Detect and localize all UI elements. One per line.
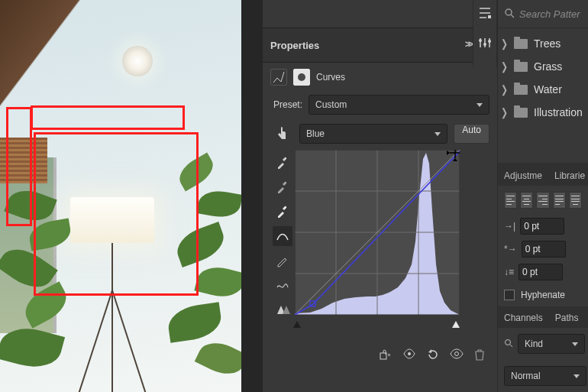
right-panels: Search Patter ❯ Trees ❯ Grass ❯ Water ❯ …: [497, 0, 588, 392]
svg-point-23: [479, 39, 482, 42]
preview-shape: [172, 222, 229, 267]
input-sliders[interactable]: [263, 319, 497, 338]
layer-mask-icon: [293, 69, 310, 86]
svg-line-29: [510, 345, 512, 347]
blend-mode-value: Normal: [511, 371, 541, 381]
reset-icon[interactable]: [427, 348, 439, 363]
curves-thumb-icon: [270, 69, 287, 86]
svg-point-18: [455, 352, 459, 356]
clip-to-layer-icon[interactable]: [380, 348, 392, 363]
folder-icon: [514, 62, 528, 72]
tab-channels[interactable]: Channels: [498, 308, 549, 328]
pattern-search[interactable]: Search Patter: [498, 0, 588, 28]
svg-point-28: [506, 339, 511, 345]
justify-center-icon[interactable]: [569, 192, 582, 209]
space-third-value: 0 pt: [522, 267, 538, 277]
indent-left-icon[interactable]: →|: [504, 221, 515, 232]
hyphenate-checkbox[interactable]: [504, 290, 515, 300]
space-after-row: *→ 0 pt: [498, 238, 588, 261]
white-point-slider[interactable]: [452, 321, 460, 328]
preview-shape: [166, 302, 223, 342]
black-point-slider[interactable]: [293, 321, 301, 328]
targeted-adjustment-icon[interactable]: [270, 124, 293, 144]
paragraph-align-group: [498, 186, 588, 215]
channels-paths-tabs: Channels Paths: [498, 306, 588, 328]
clip-warning-icon[interactable]: [273, 300, 292, 319]
adjustments-panel-icon[interactable]: [478, 36, 492, 52]
properties-panel: Properties >> Curves Preset: Custom B: [263, 0, 497, 392]
draw-curve-icon[interactable]: [273, 251, 292, 271]
preview-shape: [111, 290, 113, 392]
folder-icon: [514, 85, 528, 95]
visibility-icon[interactable]: [450, 348, 464, 363]
channel-select[interactable]: Blue: [299, 124, 447, 144]
folder-item-illustration[interactable]: ❯ Illustration: [501, 106, 585, 118]
eyedropper-white-icon[interactable]: [273, 202, 292, 222]
tab-paths[interactable]: Paths: [549, 308, 585, 328]
preview-shape: [70, 197, 154, 243]
auto-label: Auto: [462, 125, 481, 135]
channel-value: Blue: [306, 128, 325, 139]
eyedropper-black-icon[interactable]: [273, 153, 292, 173]
preview-shape: [79, 290, 113, 392]
dock-column: [473, 0, 497, 67]
indent-first-icon[interactable]: *→: [504, 244, 517, 254]
adjustment-type-row: Curves: [263, 63, 497, 92]
folder-item-grass[interactable]: ❯ Grass: [501, 60, 585, 73]
preset-select[interactable]: Custom: [309, 95, 489, 115]
folder-item-trees[interactable]: ❯ Trees: [501, 37, 585, 50]
layer-kind-select[interactable]: Kind: [518, 334, 585, 354]
blend-mode-select[interactable]: Normal: [504, 366, 586, 386]
folder-label: Trees: [534, 37, 561, 50]
character-panel-icon[interactable]: [478, 6, 492, 22]
search-icon: [504, 8, 515, 21]
view-previous-icon[interactable]: [402, 348, 416, 363]
space-before-value: 0 pt: [524, 221, 539, 232]
svg-point-24: [483, 43, 486, 46]
auto-button[interactable]: Auto: [454, 124, 489, 144]
space-before-row: →| 0 pt: [498, 215, 588, 238]
hyphenate-row[interactable]: Hyphenate: [498, 283, 588, 306]
align-left-icon[interactable]: [504, 192, 517, 209]
adjustment-footer: [263, 338, 497, 363]
search-placeholder: Search Patter: [519, 8, 580, 20]
svg-point-26: [506, 9, 512, 15]
chevron-right-icon: ❯: [501, 37, 508, 50]
blend-row: Normal: [498, 360, 588, 392]
justify-left-icon[interactable]: [553, 192, 566, 209]
delete-icon[interactable]: [474, 348, 485, 363]
curves-tools-column: [270, 150, 295, 319]
space-before-icon[interactable]: ↓≡: [504, 267, 514, 277]
preset-row: Preset: Custom: [263, 92, 497, 121]
folder-label: Water: [534, 83, 562, 96]
tab-libraries[interactable]: Librarie: [548, 166, 588, 186]
collapse-icon[interactable]: >>: [465, 39, 471, 50]
svg-marker-14: [453, 158, 457, 161]
edit-points-icon[interactable]: [273, 226, 292, 246]
folder-icon: [514, 108, 528, 118]
align-right-icon[interactable]: [536, 192, 549, 209]
tab-adjustments[interactable]: Adjustme: [498, 166, 548, 186]
curves-graph[interactable]: [295, 150, 460, 315]
svg-point-25: [488, 40, 491, 43]
panel-gap: [241, 0, 263, 392]
preview-shape: [196, 187, 241, 220]
pattern-folder-list: ❯ Trees ❯ Grass ❯ Water ❯ Illustration: [498, 28, 588, 128]
space-third-input[interactable]: 0 pt: [519, 264, 563, 280]
properties-header[interactable]: Properties >>: [263, 28, 497, 63]
chevron-right-icon: ❯: [501, 83, 508, 96]
space-after-input[interactable]: 0 pt: [522, 241, 566, 258]
smooth-curve-icon[interactable]: [273, 275, 292, 295]
preview-shape: [194, 262, 241, 301]
folder-label: Grass: [534, 60, 562, 73]
eyedropper-gray-icon[interactable]: [273, 177, 292, 197]
svg-marker-11: [447, 151, 450, 155]
channel-row: Blue Auto: [263, 121, 497, 150]
panel-title: Properties: [270, 40, 319, 51]
document-preview[interactable]: [0, 0, 241, 392]
align-center-icon[interactable]: [520, 192, 533, 209]
folder-item-water[interactable]: ❯ Water: [501, 83, 585, 96]
preview-shape: [0, 138, 47, 183]
svg-marker-17: [428, 349, 431, 353]
space-before-input[interactable]: 0 pt: [520, 218, 564, 235]
